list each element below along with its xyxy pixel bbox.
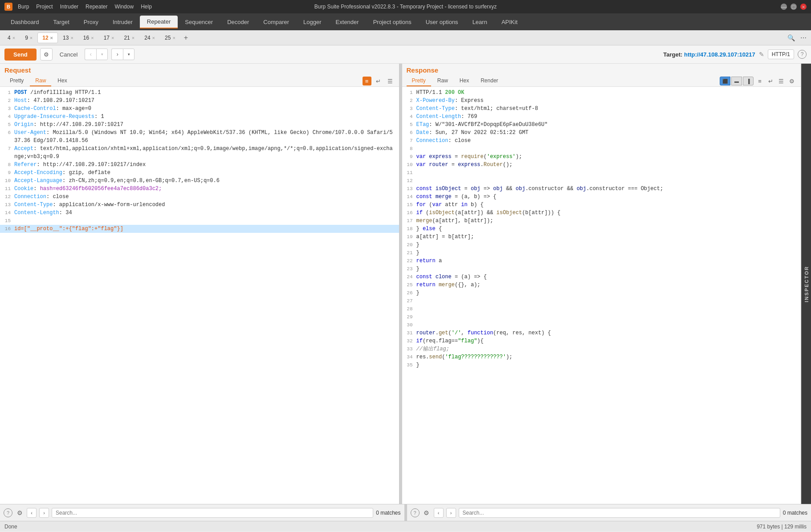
tab-project-options[interactable]: Project options [366, 16, 419, 28]
resp-tab-pretty[interactable]: Pretty [407, 76, 431, 86]
close-tab-9[interactable]: × [30, 35, 33, 41]
req-wrap-icon[interactable]: ↵ [374, 77, 383, 85]
close-tab-24[interactable]: × [152, 35, 155, 41]
repeater-tab-12[interactable]: 12 × [37, 32, 58, 43]
more-options-icon[interactable]: ⋯ [799, 33, 808, 43]
resp-help-icon[interactable]: ? [411, 508, 420, 517]
target-edit-icon[interactable]: ✎ [759, 51, 764, 58]
http-version-selector[interactable]: HTTP/1 [768, 49, 794, 59]
menu-bar: Burp Project Intruder Repeater Window He… [18, 4, 152, 10]
repeater-tab-17[interactable]: 17 × [99, 32, 119, 43]
back-button[interactable]: ‹ [85, 49, 96, 60]
req-tab-hex[interactable]: Hex [52, 76, 72, 86]
send-button[interactable]: Send [4, 49, 37, 61]
main-area: Request Pretty Raw Hex ≡ ↵ ☰ 1 POST /inf… [0, 64, 811, 504]
window-title: Burp Suite Professional v2022.8.3 - Temp… [314, 4, 497, 10]
tab-extender[interactable]: Extender [329, 16, 366, 28]
menu-project[interactable]: Project [36, 4, 53, 10]
req-more-icon[interactable]: ☰ [386, 77, 395, 85]
resp-line-8: 8 [402, 145, 801, 153]
resp-forward-search[interactable]: › [446, 508, 456, 518]
maximize-button[interactable]: □ [791, 4, 797, 10]
close-button[interactable]: × [800, 4, 807, 10]
repeater-tab-13[interactable]: 13 × [58, 32, 78, 43]
resp-back-search[interactable]: ‹ [434, 508, 444, 518]
tab-target[interactable]: Target [46, 16, 77, 28]
resp-wrap-icon[interactable]: ↵ [766, 77, 775, 85]
view-toggle: ⬛ ▬ ▐ [720, 77, 754, 85]
view-horizontal-icon[interactable]: ▬ [731, 77, 742, 85]
cancel-button[interactable]: Cancel [56, 49, 81, 60]
repeater-tab-21[interactable]: 21 × [119, 32, 139, 43]
close-tab-21[interactable]: × [132, 35, 134, 41]
resp-tab-hex[interactable]: Hex [454, 76, 474, 86]
req-back-search[interactable]: ‹ [27, 508, 37, 518]
close-tab-25[interactable]: × [172, 35, 175, 41]
send-settings-button[interactable]: ⚙ [40, 48, 53, 61]
repeater-tab-4[interactable]: 4 × [3, 32, 20, 43]
repeater-tab-25[interactable]: 25 × [160, 32, 180, 43]
req-tab-pretty[interactable]: Pretty [4, 76, 29, 86]
resp-line-13: 13 const isObject = obj => obj && obj.co… [402, 185, 801, 193]
target-url: http://47.108.29.107:10217 [684, 51, 755, 58]
tab-learn[interactable]: Learn [465, 16, 494, 28]
req-help-icon[interactable]: ? [4, 508, 12, 517]
help-button[interactable]: ? [798, 50, 807, 59]
resp-settings-icon[interactable]: ⚙ [422, 508, 431, 517]
req-line-6: 6 User-Agent: Mozilla/5.0 (Windows NT 10… [0, 129, 399, 145]
repeater-tab-16[interactable]: 16 × [78, 32, 99, 43]
search-icon-btn[interactable]: 🔍 [786, 33, 796, 43]
repeater-tab-24[interactable]: 24 × [139, 32, 160, 43]
tab-repeater[interactable]: Repeater [140, 16, 178, 28]
resp-line-31: 31 router.get('/', function(req, res, ne… [402, 329, 801, 337]
tab-apikit[interactable]: APIKit [494, 16, 525, 28]
repeater-tab-9[interactable]: 9 × [20, 32, 37, 43]
request-body[interactable]: 1 POST /infoflIlIlag HTTP/1.1 2 Host: 47… [0, 87, 399, 504]
back-dropdown[interactable]: ▾ [96, 49, 108, 60]
forward-dropdown[interactable]: ▾ [123, 49, 134, 60]
close-tab-12[interactable]: × [50, 35, 53, 41]
menu-burp[interactable]: Burp [18, 4, 29, 10]
resp-tab-render[interactable]: Render [475, 76, 503, 86]
response-body[interactable]: 1 HTTP/1.1 200 OK 2 X-Powered-By: Expres… [402, 87, 801, 504]
close-tab-13[interactable]: × [70, 35, 73, 41]
menu-help[interactable]: Help [141, 4, 152, 10]
req-line-8: 8 Referer: http://47.108.29.107:10217/in… [0, 161, 399, 169]
close-tab-16[interactable]: × [91, 35, 94, 41]
view-split-icon[interactable]: ⬛ [720, 77, 730, 85]
menu-window[interactable]: Window [114, 4, 134, 10]
status-bar: Done 971 bytes | 129 millis [0, 521, 811, 532]
minimize-button[interactable]: — [781, 4, 787, 10]
request-title: Request [4, 66, 395, 74]
tab-proxy[interactable]: Proxy [77, 16, 106, 28]
resp-more-icon[interactable]: ☰ [777, 77, 786, 85]
tab-intruder[interactable]: Intruder [106, 16, 140, 28]
menu-repeater[interactable]: Repeater [86, 4, 107, 10]
view-vertical-icon[interactable]: ▐ [743, 77, 754, 85]
titlebar: B Burp Project Intruder Repeater Window … [0, 0, 811, 13]
resp-search-input[interactable] [459, 508, 780, 518]
req-forward-search[interactable]: › [39, 508, 49, 518]
menu-intruder[interactable]: Intruder [60, 4, 78, 10]
resp-format-icon[interactable]: ≡ [755, 77, 764, 85]
tab-user-options[interactable]: User options [419, 16, 465, 28]
status-text: Done [4, 524, 17, 530]
close-tab-4[interactable]: × [12, 35, 15, 41]
forward-button[interactable]: › [111, 49, 123, 60]
tab-decoder[interactable]: Decoder [220, 16, 256, 28]
add-tab-button[interactable]: + [180, 32, 192, 44]
resp-line-26: 26 } [402, 289, 801, 297]
req-tab-raw[interactable]: Raw [30, 76, 51, 86]
tab-sequencer[interactable]: Sequencer [178, 16, 220, 28]
tab-logger[interactable]: Logger [296, 16, 328, 28]
req-format-icon[interactable]: ≡ [363, 77, 371, 85]
tab-comparer[interactable]: Comparer [256, 16, 296, 28]
inspector-sidebar: INSPECTOR [801, 64, 811, 504]
tab-dashboard[interactable]: Dashboard [4, 16, 46, 28]
close-tab-17[interactable]: × [111, 35, 114, 41]
req-search-input[interactable] [52, 508, 373, 518]
resp-settings-icon[interactable]: ⚙ [787, 77, 796, 85]
resp-line-34: 34 res.send('flag?????????????'); [402, 353, 801, 361]
req-settings-icon[interactable]: ⚙ [15, 508, 24, 517]
resp-tab-raw[interactable]: Raw [432, 76, 453, 86]
